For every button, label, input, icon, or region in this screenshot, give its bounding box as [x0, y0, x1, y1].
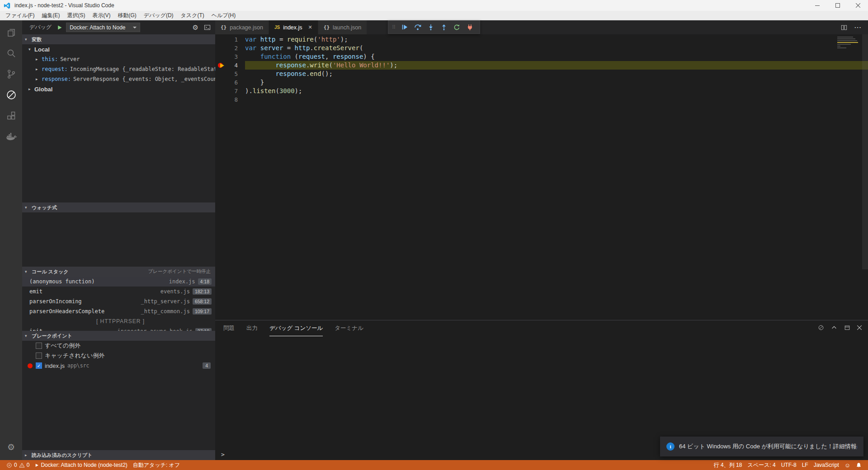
breakpoint-item[interactable]: キャッチされない例外: [22, 351, 215, 361]
clear-console-icon[interactable]: [818, 324, 824, 331]
variable-response[interactable]: ▸response:ServerResponse {_events: Objec…: [22, 74, 215, 84]
activity-explorer-icon[interactable]: [0, 22, 22, 43]
code-line-1[interactable]: 1var http = require('http');: [215, 35, 868, 44]
debug-config-select[interactable]: Docker: Attach to Node: [66, 23, 140, 32]
breakpoint-checkbox[interactable]: [36, 343, 42, 349]
menu-bar: ファイル(F)編集(E)選択(S)表示(V)移動(G)デバッグ(D)タスク(T)…: [0, 11, 868, 20]
restore-panel-icon[interactable]: [844, 324, 850, 331]
code-editor[interactable]: 1var http = require('http');2var server …: [215, 34, 868, 320]
cursor-position-status[interactable]: 行 4、列 18: [711, 460, 745, 470]
code-line-5[interactable]: 5 response.end();: [215, 70, 868, 78]
tab-package.json[interactable]: {}package.json: [215, 20, 269, 34]
callstack-section-title: コール スタック: [32, 268, 69, 275]
breakpoint-checkbox[interactable]: ✓: [36, 362, 42, 369]
code-line-6[interactable]: 6 }: [215, 78, 868, 87]
close-tab-icon[interactable]: ✕: [308, 24, 312, 30]
step-out-button[interactable]: [438, 22, 450, 33]
window-controls: [807, 0, 868, 11]
menu-item-1[interactable]: 編集(E): [38, 11, 63, 20]
breakpoint-checkbox[interactable]: [36, 352, 42, 359]
stack-frame[interactable]: parserOnHeadersComplete_http_common.js10…: [22, 306, 215, 316]
code-line-8[interactable]: 8: [215, 95, 868, 104]
menu-item-5[interactable]: デバッグ(D): [140, 11, 177, 20]
code-line-4[interactable]: 4 response.write('Hello World!!');: [215, 61, 868, 70]
activity-source-control-icon[interactable]: [0, 64, 22, 85]
step-over-button[interactable]: [411, 22, 424, 33]
panel-tab-デバッグ コンソール[interactable]: デバッグ コンソール: [269, 320, 323, 336]
code-line-7[interactable]: 7).listen(3000);: [215, 87, 868, 95]
activity-settings-icon[interactable]: ⚙: [0, 437, 22, 457]
chevron-right-icon: ▸: [25, 453, 30, 457]
encoding-status[interactable]: UTF-8: [778, 460, 799, 470]
scope-Global[interactable]: ▸Global: [22, 84, 215, 94]
stack-frame[interactable]: emitevents.js182:13: [22, 287, 215, 296]
notification-toast[interactable]: i 64 ビット Windows 用の Code が利用可能になりました！詳細情…: [660, 437, 863, 456]
stack-frame[interactable]: (anonymous function)index.js4:18: [22, 277, 215, 287]
activity-extensions-icon[interactable]: [0, 105, 22, 126]
variable-this[interactable]: ▸this:Server: [22, 54, 215, 64]
menu-item-4[interactable]: 移動(G): [114, 11, 140, 20]
configure-gear-icon[interactable]: ⚙: [193, 24, 198, 32]
panel-tab-出力[interactable]: 出力: [246, 320, 258, 336]
play-icon: [35, 463, 39, 467]
debug-status[interactable]: Docker: Attach to Node (node-test2): [32, 460, 130, 470]
problems-status[interactable]: 0 0: [4, 460, 32, 470]
notifications-bell-icon[interactable]: [853, 460, 864, 470]
indentation-status[interactable]: スペース: 4: [745, 460, 778, 470]
panel-tab-bar: 問題出力デバッグ コンソールターミナル: [215, 320, 868, 336]
close-button[interactable]: [848, 0, 868, 11]
variable-request[interactable]: ▸request:IncomingMessage {_readableState…: [22, 64, 215, 74]
callstack-section-header[interactable]: ▾ コール スタック ブレークポイントで一時停止: [22, 267, 215, 277]
close-panel-icon[interactable]: [857, 325, 862, 330]
activity-docker-icon[interactable]: [0, 126, 22, 147]
scope-Local[interactable]: ▾Local: [22, 44, 215, 54]
breakpoint-item[interactable]: すべての例外: [22, 341, 215, 351]
status-bar: 0 0 Docker: Attach to Node (node-test2) …: [0, 460, 868, 470]
menu-item-6[interactable]: タスク(T): [177, 11, 208, 20]
variables-section-header[interactable]: ▾ 変数: [22, 34, 215, 44]
split-editor-icon[interactable]: [841, 24, 847, 31]
open-console-icon[interactable]: [204, 24, 211, 31]
step-into-button[interactable]: [425, 22, 437, 33]
editor-tab-bar: {}package.jsonJSindex.js✕{}launch.json ·…: [215, 20, 868, 34]
continue-button[interactable]: [398, 22, 410, 33]
restart-button[interactable]: [451, 22, 463, 33]
maximize-button[interactable]: [827, 0, 848, 11]
start-debug-icon[interactable]: [57, 25, 62, 30]
menu-item-2[interactable]: 選択(S): [63, 11, 89, 20]
feedback-smiley-icon[interactable]: ☺: [842, 460, 853, 470]
disconnect-button[interactable]: [464, 22, 476, 33]
code-line-3[interactable]: 3 function (request, response) {: [215, 52, 868, 61]
info-icon: i: [666, 442, 675, 451]
panel-tab-ターミナル[interactable]: ターミナル: [335, 320, 363, 336]
editor-scrollbar[interactable]: [862, 34, 868, 269]
more-actions-icon[interactable]: ···: [854, 24, 862, 31]
minimize-button[interactable]: [807, 0, 827, 11]
panel-tab-問題[interactable]: 問題: [223, 320, 235, 336]
menu-item-0[interactable]: ファイル(F): [2, 11, 38, 20]
code-line-2[interactable]: 2var server = http.createServer(: [215, 44, 868, 52]
drag-handle-icon[interactable]: ⠿: [392, 24, 396, 30]
stack-frame[interactable]: parserOnIncoming_http_server.js658:12: [22, 296, 215, 306]
stack-frame-separator: [ HTTPPARSER ]: [22, 316, 215, 326]
activity-debug-icon[interactable]: [0, 85, 22, 105]
chevron-down-icon: ▾: [25, 205, 30, 210]
loaded-scripts-section-header[interactable]: ▸ 読み込み済みのスクリプト: [22, 450, 215, 460]
menu-item-3[interactable]: 表示(V): [89, 11, 114, 20]
maximize-panel-icon[interactable]: [831, 324, 837, 331]
breakpoints-section-header[interactable]: ▾ ブレークポイント: [22, 331, 215, 341]
eol-status[interactable]: LF: [799, 460, 811, 470]
auto-attach-status[interactable]: 自動アタッチ: オフ: [130, 460, 183, 470]
breakpoint-item[interactable]: ✓index.jsapp\src4: [22, 361, 215, 371]
activity-bar: ⚙: [0, 20, 22, 460]
activity-search-icon[interactable]: [0, 43, 22, 64]
stack-frame[interactable]: initinspector_async_hook.js27:19: [22, 326, 215, 331]
breakpoint-dot-icon: [28, 363, 33, 368]
watch-section-header[interactable]: ▾ ウォッチ式: [22, 202, 215, 212]
menu-item-7[interactable]: ヘルプ(H): [208, 11, 240, 20]
minimap[interactable]: [837, 37, 861, 50]
language-status[interactable]: JavaScript: [811, 460, 842, 470]
callstack-list: (anonymous function)index.js4:18emiteven…: [22, 277, 215, 331]
tab-launch.json[interactable]: {}launch.json: [318, 20, 367, 34]
tab-index.js[interactable]: JSindex.js✕: [269, 20, 318, 34]
